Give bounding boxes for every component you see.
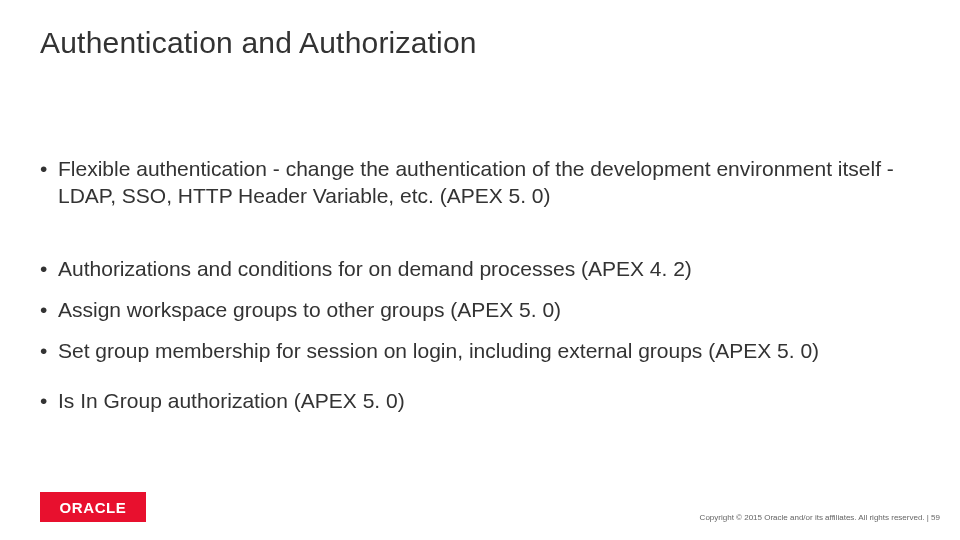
oracle-logo: ORACLE xyxy=(40,492,146,522)
slide: Authentication and Authorization Flexibl… xyxy=(0,0,960,540)
copyright-text: Copyright © 2015 Oracle and/or its affil… xyxy=(700,513,940,522)
bullet-item: Assign workspace groups to other groups … xyxy=(40,297,920,324)
bullet-item: Flexible authentication - change the aut… xyxy=(40,156,920,210)
bullet-list: Flexible authentication - change the aut… xyxy=(40,156,920,415)
bullet-item: Is In Group authorization (APEX 5. 0) xyxy=(40,388,920,415)
bullet-item: Authorizations and conditions for on dem… xyxy=(40,256,920,283)
slide-title: Authentication and Authorization xyxy=(40,26,920,60)
bullet-item: Set group membership for session on logi… xyxy=(40,338,920,365)
footer: ORACLE Copyright © 2015 Oracle and/or it… xyxy=(40,492,940,522)
oracle-logo-text: ORACLE xyxy=(60,499,127,516)
